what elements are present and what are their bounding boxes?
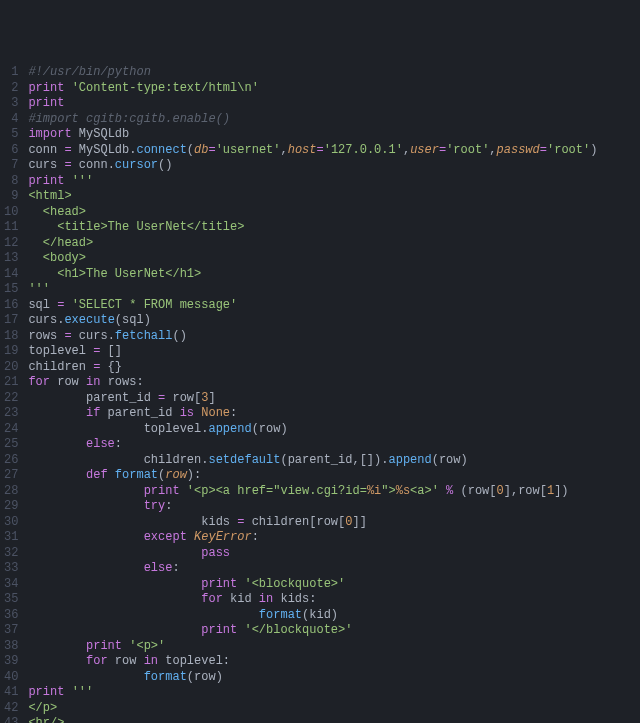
code-line: print '<blockquote>' bbox=[28, 577, 597, 593]
code-line: for row in rows: bbox=[28, 375, 597, 391]
code-line: def format(row): bbox=[28, 468, 597, 484]
code-token: host bbox=[288, 143, 317, 157]
code-token bbox=[28, 484, 143, 498]
code-token: except bbox=[144, 530, 187, 544]
code-line: print '</blockquote>' bbox=[28, 623, 597, 639]
code-token: <a>' bbox=[410, 484, 439, 498]
code-line: try: bbox=[28, 499, 597, 515]
code-token: ''' bbox=[72, 685, 94, 699]
code-token: ) bbox=[590, 143, 597, 157]
code-line: format(kid) bbox=[28, 608, 597, 624]
code-token: #!/usr/bin/python bbox=[28, 65, 150, 79]
code-line: parent_id = row[3] bbox=[28, 391, 597, 407]
code-token: %s bbox=[396, 484, 410, 498]
code-line: pass bbox=[28, 546, 597, 562]
code-token: kid bbox=[223, 592, 259, 606]
code-token bbox=[28, 577, 201, 591]
code-token: append bbox=[388, 453, 431, 467]
code-line: print ''' bbox=[28, 174, 597, 190]
code-line: #!/usr/bin/python bbox=[28, 65, 597, 81]
code-token: db bbox=[194, 143, 208, 157]
code-token: 'root' bbox=[547, 143, 590, 157]
code-token: curs. bbox=[28, 313, 64, 327]
code-token: print bbox=[28, 685, 64, 699]
code-token: : bbox=[165, 499, 172, 513]
code-token: toplevel. bbox=[28, 422, 208, 436]
code-token: print bbox=[144, 484, 180, 498]
code-line: <hr/> bbox=[28, 716, 597, 723]
code-editor: 1 2 3 4 5 6 7 8 9 10 11 12 13 14 15 16 1… bbox=[0, 62, 640, 723]
code-token: <hr/> bbox=[28, 716, 64, 723]
code-token: (row[ bbox=[453, 484, 496, 498]
code-token: <head> bbox=[28, 205, 86, 219]
code-area[interactable]: #!/usr/bin/pythonprint 'Content-type:tex… bbox=[26, 62, 597, 723]
code-token: format bbox=[144, 670, 187, 684]
code-token: <body> bbox=[28, 251, 86, 265]
code-token: try bbox=[144, 499, 166, 513]
code-token: format bbox=[115, 468, 158, 482]
code-token: () bbox=[172, 329, 186, 343]
code-token: print bbox=[28, 174, 64, 188]
code-line: import MySQLdb bbox=[28, 127, 597, 143]
code-token: <html> bbox=[28, 189, 71, 203]
code-token: : bbox=[252, 530, 259, 544]
code-token: [] bbox=[100, 344, 122, 358]
code-token: ]] bbox=[352, 515, 366, 529]
code-token: = bbox=[208, 143, 215, 157]
code-token: else bbox=[86, 437, 115, 451]
code-token bbox=[64, 685, 71, 699]
code-token: 'usernet' bbox=[216, 143, 281, 157]
code-token: #import cgitb:cgitb.enable() bbox=[28, 112, 230, 126]
code-token: , bbox=[280, 143, 287, 157]
code-token: else bbox=[144, 561, 173, 575]
code-line: print 'Content-type:text/html\n' bbox=[28, 81, 597, 97]
code-token bbox=[28, 468, 86, 482]
code-token bbox=[64, 298, 71, 312]
code-token: '<blockquote>' bbox=[244, 577, 345, 591]
code-line: curs.execute(sql) bbox=[28, 313, 597, 329]
code-token: 0 bbox=[497, 484, 504, 498]
code-token: </head> bbox=[28, 236, 93, 250]
code-token: rows bbox=[28, 329, 64, 343]
code-token: </p> bbox=[28, 701, 57, 715]
code-token bbox=[108, 468, 115, 482]
code-token: print bbox=[28, 81, 64, 95]
code-line: curs = conn.cursor() bbox=[28, 158, 597, 174]
code-token: '<p><a href="view.cgi?id= bbox=[187, 484, 367, 498]
code-token: '<p>' bbox=[129, 639, 165, 653]
code-token bbox=[28, 561, 143, 575]
code-token: %i bbox=[367, 484, 381, 498]
code-token bbox=[28, 608, 258, 622]
code-token: row bbox=[165, 468, 187, 482]
code-token bbox=[28, 530, 143, 544]
code-token: sql bbox=[28, 298, 57, 312]
code-token: parent_id bbox=[28, 391, 158, 405]
code-token: <title>The UserNet</title> bbox=[28, 220, 244, 234]
code-line: </head> bbox=[28, 236, 597, 252]
code-token: curs. bbox=[72, 329, 115, 343]
code-token: "> bbox=[381, 484, 395, 498]
code-token: children bbox=[28, 360, 93, 374]
code-token: connect bbox=[136, 143, 186, 157]
code-token: <h1>The UserNet</h1> bbox=[28, 267, 201, 281]
code-token: user bbox=[410, 143, 439, 157]
code-token: (row) bbox=[252, 422, 288, 436]
code-token: in bbox=[144, 654, 158, 668]
code-token: ( bbox=[187, 143, 194, 157]
code-token bbox=[28, 623, 201, 637]
code-token: conn. bbox=[72, 158, 115, 172]
code-token: in bbox=[259, 592, 273, 606]
code-token: row bbox=[108, 654, 144, 668]
code-token: children[row[ bbox=[244, 515, 345, 529]
code-token: 'root' bbox=[446, 143, 489, 157]
code-line: rows = curs.fetchall() bbox=[28, 329, 597, 345]
code-token: MySQLdb bbox=[72, 127, 130, 141]
code-token: = bbox=[317, 143, 324, 157]
code-token: (row) bbox=[187, 670, 223, 684]
code-token: ],row[ bbox=[504, 484, 547, 498]
code-token: kids bbox=[28, 515, 237, 529]
code-line: for row in toplevel: bbox=[28, 654, 597, 670]
code-token: ''' bbox=[28, 282, 50, 296]
code-token: print bbox=[201, 577, 237, 591]
code-token bbox=[28, 654, 86, 668]
